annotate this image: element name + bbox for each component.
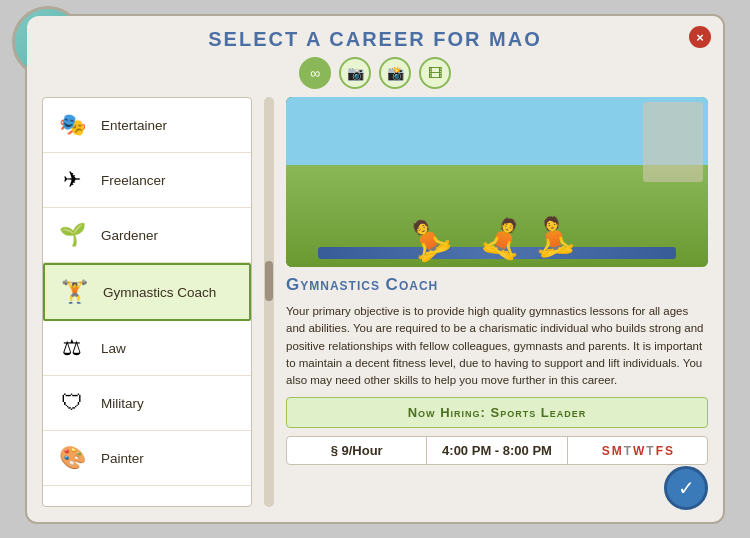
close-button[interactable]: × <box>689 26 711 48</box>
modal-title: Select a Career for Mao <box>47 28 703 51</box>
building-decoration <box>643 102 703 182</box>
career-detail-title: Gymnastics Coach <box>286 275 708 295</box>
career-stats-row: § 9/Hour 4:00 PM - 8:00 PM S M T W T F S <box>286 436 708 465</box>
day-t1: T <box>624 444 631 458</box>
gymnastics-coach-icon: 🏋 <box>55 273 93 311</box>
career-item-gymnastics-coach[interactable]: 🏋 Gymnastics Coach <box>43 263 251 321</box>
painter-icon: 🎨 <box>53 439 91 477</box>
career-item-military[interactable]: 🛡 Military <box>43 376 251 431</box>
hours-cell: 4:00 PM - 8:00 PM <box>427 437 567 464</box>
hiring-banner: Now Hiring: Sports Leader <box>286 397 708 428</box>
career-item-painter[interactable]: 🎨 Painter <box>43 431 251 486</box>
filter-icon-3[interactable]: 📸 <box>379 57 411 89</box>
entertainer-icon: 🎭 <box>53 106 91 144</box>
career-scene: 🧘 🧘 🧘 <box>286 97 708 267</box>
day-w: W <box>633 444 644 458</box>
career-detail-panel: 🧘 🧘 🧘 Gymnastics Coach Your primary obje… <box>286 97 708 507</box>
filter-all-icon[interactable]: ∞ <box>299 57 331 89</box>
career-filter-icons: ∞ 📷 📸 🎞 <box>47 51 703 97</box>
military-icon: 🛡 <box>53 384 91 422</box>
military-label: Military <box>101 396 144 411</box>
law-icon: ⚖ <box>53 329 91 367</box>
career-item-entertainer[interactable]: 🎭 Entertainer <box>43 98 251 153</box>
freelancer-label: Freelancer <box>101 173 166 188</box>
career-item-law[interactable]: ⚖ Law <box>43 321 251 376</box>
freelancer-icon: ✈ <box>53 161 91 199</box>
entertainer-label: Entertainer <box>101 118 167 133</box>
confirm-button[interactable]: ✓ <box>664 466 708 510</box>
day-t2: T <box>646 444 653 458</box>
figure-3: 🧘 <box>528 212 580 261</box>
career-detail-description: Your primary objective is to provide hig… <box>286 303 708 389</box>
day-m: M <box>612 444 622 458</box>
career-select-modal: 🧑 Select a Career for Mao × ∞ 📷 📸 🎞 🎭 En… <box>25 14 725 524</box>
modal-body: 🎭 Entertainer ✈ Freelancer 🌱 Gardener 🏋 … <box>27 97 723 522</box>
filter-icon-4[interactable]: 🎞 <box>419 57 451 89</box>
gymnastics-coach-label: Gymnastics Coach <box>103 285 216 300</box>
day-s2: S <box>665 444 673 458</box>
painter-label: Painter <box>101 451 144 466</box>
scrollbar-thumb <box>265 261 273 301</box>
law-label: Law <box>101 341 126 356</box>
yoga-figures: 🧘 🧘 🧘 <box>415 215 580 257</box>
career-list[interactable]: 🎭 Entertainer ✈ Freelancer 🌱 Gardener 🏋 … <box>42 97 252 507</box>
gardener-label: Gardener <box>101 228 158 243</box>
day-f: F <box>656 444 663 458</box>
modal-header: Select a Career for Mao × ∞ 📷 📸 🎞 <box>27 16 723 97</box>
days-cell: S M T W T F S <box>568 437 707 464</box>
filter-icon-2[interactable]: 📷 <box>339 57 371 89</box>
gardener-icon: 🌱 <box>53 216 91 254</box>
day-s1: S <box>602 444 610 458</box>
career-list-scrollbar[interactable] <box>264 97 274 507</box>
career-image: 🧘 🧘 🧘 <box>286 97 708 267</box>
career-item-gardener[interactable]: 🌱 Gardener <box>43 208 251 263</box>
salary-cell: § 9/Hour <box>287 437 427 464</box>
career-item-freelancer[interactable]: ✈ Freelancer <box>43 153 251 208</box>
